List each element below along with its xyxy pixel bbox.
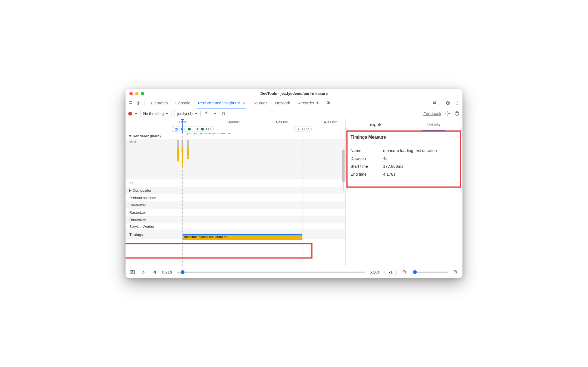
- delete-icon[interactable]: [221, 111, 227, 117]
- details-value: 177.886ms: [383, 164, 458, 169]
- content-area: 0ms 1,600ms 3,200ms 4,800ms ◔ DCL FCP TT…: [126, 119, 462, 266]
- svg-rect-0: [129, 101, 132, 104]
- track-rasterizer-label-2: Rasterizer: [126, 210, 177, 214]
- zoom-out-icon[interactable]: [402, 269, 408, 275]
- svg-rect-3: [433, 102, 436, 104]
- slider-thumb[interactable]: [181, 270, 184, 274]
- perf-toolbar: No throttling jec.fyi (1) Feedback: [126, 108, 462, 119]
- more-tabs-icon[interactable]: [325, 99, 332, 107]
- issues-button[interactable]: 1: [430, 100, 442, 106]
- timings-bar-label: measure loading text duration: [184, 235, 227, 239]
- svg-point-9: [447, 113, 448, 114]
- import-icon[interactable]: [212, 111, 218, 117]
- window-controls: [129, 92, 144, 95]
- timing-markers-pill[interactable]: ◔ DCL FCP TTI: [172, 126, 214, 132]
- experiment-icon: ⚗︎: [237, 101, 240, 105]
- tab-sources[interactable]: Sources: [249, 98, 271, 108]
- timeline-start-label: 0.21s: [162, 270, 172, 274]
- ruler-tick: 0ms: [179, 120, 186, 124]
- tti-label: TTI: [205, 127, 211, 131]
- feedback-link[interactable]: Feedback: [423, 111, 441, 116]
- details-key: Start time: [351, 164, 383, 169]
- track-timings-label: Timings: [126, 232, 177, 237]
- panel-settings-icon[interactable]: [445, 111, 451, 117]
- tab-network[interactable]: Network: [271, 98, 294, 108]
- tab-details[interactable]: Details: [404, 119, 462, 130]
- playhead[interactable]: [182, 119, 183, 133]
- playback-speed-button[interactable]: x1: [384, 269, 397, 275]
- timings-measure-bar[interactable]: measure loading text duration: [183, 234, 302, 240]
- preview-toggle-icon[interactable]: [129, 269, 135, 275]
- track-compositor-label[interactable]: Compositor: [126, 188, 177, 192]
- throttling-value: No throttling: [143, 111, 164, 116]
- throttling-select[interactable]: No throttling: [140, 110, 171, 117]
- tab-label: Recorder: [298, 101, 314, 105]
- window-title: DevTools - jec.fyi/demo/perf-measure: [126, 91, 462, 96]
- svg-point-6: [457, 101, 458, 102]
- tab-recorder[interactable]: Recorder ⚗︎: [294, 98, 323, 108]
- minimize-window-button[interactable]: [135, 92, 139, 95]
- rewind-icon[interactable]: [151, 269, 157, 275]
- lcp-label: LCP: [302, 127, 309, 131]
- details-value: 4s: [383, 156, 458, 161]
- track-rasterizer-label: Rasterizer: [126, 203, 177, 207]
- inspect-element-icon[interactable]: [127, 99, 135, 107]
- tab-performance-insights[interactable]: Performance insights ⚗︎ ×: [194, 98, 249, 108]
- device-toggle-icon[interactable]: [135, 99, 142, 107]
- details-row-name: Name measure loading text duration: [346, 147, 462, 154]
- track-renderer-label: Renderer (main): [126, 134, 177, 138]
- chevron-down-icon: [195, 113, 198, 114]
- ruler-tick: 1,600ms: [226, 120, 240, 124]
- url-text: https://jec.fyi/demo/perf-measure: [184, 133, 231, 135]
- tab-console[interactable]: Console: [172, 98, 194, 108]
- tracks-area[interactable]: Renderer (main) https://jec.fyi/demo/per…: [126, 133, 345, 266]
- svg-rect-5: [433, 103, 435, 103]
- zoom-slider[interactable]: [412, 272, 448, 273]
- timeline-slider[interactable]: [177, 272, 365, 273]
- zoom-in-icon[interactable]: [453, 269, 459, 275]
- track-preload-label: Preload scanner: [126, 196, 177, 200]
- timeline-panel[interactable]: 0ms 1,600ms 3,200ms 4,800ms ◔ DCL FCP TT…: [126, 119, 346, 266]
- details-body: Timings Measure Name measure loading tex…: [346, 130, 462, 178]
- time-ruler[interactable]: 0ms 1,600ms 3,200ms 4,800ms ◔ DCL FCP TT…: [126, 119, 345, 133]
- highlight-annotation: [126, 243, 312, 259]
- close-window-button[interactable]: [129, 92, 133, 95]
- panel-tabstrip: Elements Console Performance insights ⚗︎…: [126, 98, 462, 108]
- record-button[interactable]: [128, 112, 132, 116]
- kebab-menu-icon[interactable]: [453, 99, 461, 107]
- track-main-label: Main: [126, 140, 177, 144]
- devtools-window: DevTools - jec.fyi/demo/perf-measure Ele…: [126, 89, 462, 278]
- play-icon[interactable]: [140, 269, 146, 275]
- panel-expand-handle[interactable]: ›: [343, 182, 348, 191]
- record-options-caret[interactable]: [135, 113, 137, 114]
- svg-point-8: [457, 104, 458, 105]
- warning-icon: ▲: [297, 127, 300, 131]
- details-key: Duration: [351, 156, 383, 161]
- profile-select[interactable]: jec.fyi (1): [174, 110, 201, 117]
- dcl-label: DCL: [179, 127, 186, 131]
- zoom-window-button[interactable]: [141, 92, 144, 95]
- timeline-end-label: 5.28s: [370, 270, 380, 274]
- lcp-marker-pill[interactable]: ▲ LCP: [294, 126, 312, 132]
- details-value: 4.178s: [383, 172, 458, 176]
- issues-count: 1: [438, 101, 440, 105]
- close-tab-icon[interactable]: ×: [242, 100, 245, 106]
- tab-elements[interactable]: Elements: [147, 98, 172, 108]
- settings-icon[interactable]: [444, 99, 452, 107]
- details-row-end: End time 4.178s: [346, 170, 462, 178]
- slider-thumb[interactable]: [413, 270, 417, 274]
- details-title: Timings Measure: [346, 130, 462, 144]
- fcp-label: FCP: [192, 127, 199, 131]
- tab-insights[interactable]: Insights: [346, 119, 404, 130]
- details-panel: › Insights Details Timings Measure Name …: [346, 119, 462, 266]
- scrollbar-thumb[interactable]: [342, 150, 345, 182]
- marker-dot-icon: [201, 128, 204, 130]
- help-icon[interactable]: [454, 111, 460, 117]
- export-icon[interactable]: [203, 111, 209, 117]
- details-value: measure loading text duration: [383, 148, 458, 153]
- details-row-start: Start time 177.886ms: [346, 162, 462, 170]
- svg-rect-11: [130, 270, 135, 274]
- titlebar: DevTools - jec.fyi/demo/perf-measure: [126, 89, 462, 98]
- profile-value: jec.fyi (1): [177, 111, 193, 116]
- track-io-label: IO: [126, 181, 177, 185]
